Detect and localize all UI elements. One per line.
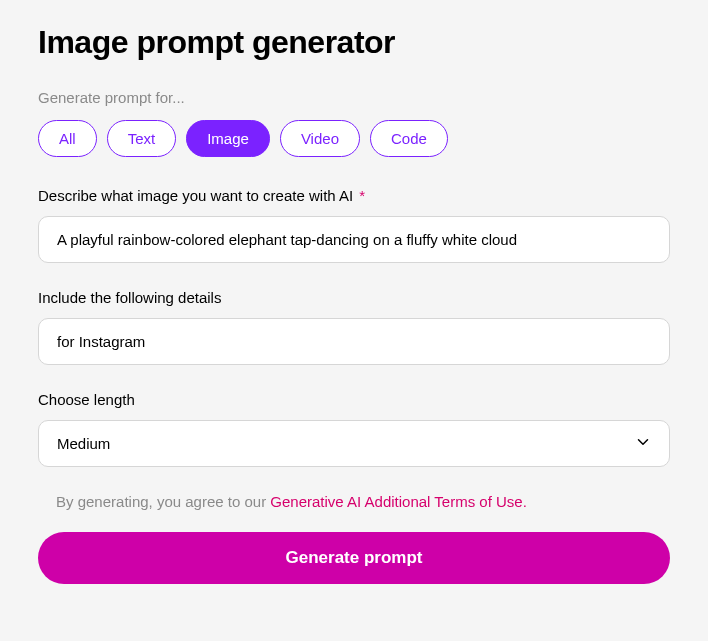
generate-for-label: Generate prompt for...	[38, 89, 670, 106]
required-marker: *	[359, 187, 365, 204]
tab-all[interactable]: All	[38, 120, 97, 157]
describe-label-text: Describe what image you want to create w…	[38, 187, 353, 204]
describe-input[interactable]	[38, 216, 670, 263]
terms-prefix: By generating, you agree to our	[56, 493, 270, 510]
tab-video[interactable]: Video	[280, 120, 360, 157]
describe-label: Describe what image you want to create w…	[38, 187, 670, 204]
tab-image[interactable]: Image	[186, 120, 270, 157]
terms-text: By generating, you agree to our Generati…	[56, 493, 670, 510]
details-label: Include the following details	[38, 289, 670, 306]
length-select[interactable]: Medium	[38, 420, 670, 467]
category-tabs: All Text Image Video Code	[38, 120, 670, 157]
tab-code[interactable]: Code	[370, 120, 448, 157]
generate-button[interactable]: Generate prompt	[38, 532, 670, 584]
page-title: Image prompt generator	[38, 24, 670, 61]
terms-link[interactable]: Generative AI Additional Terms of Use.	[270, 493, 527, 510]
details-input[interactable]	[38, 318, 670, 365]
tab-text[interactable]: Text	[107, 120, 177, 157]
length-select-wrap: Medium	[38, 420, 670, 467]
length-label: Choose length	[38, 391, 670, 408]
